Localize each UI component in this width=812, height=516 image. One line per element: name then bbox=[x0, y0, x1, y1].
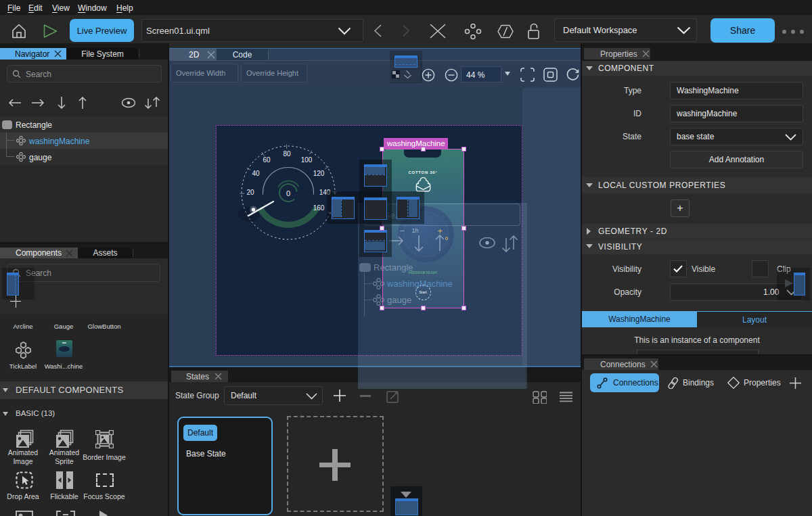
svg-text:160: 160 bbox=[313, 204, 325, 212]
svg-text:100: 100 bbox=[301, 156, 313, 164]
svg-text:80: 80 bbox=[283, 150, 291, 158]
svg-text:60: 60 bbox=[263, 156, 271, 164]
svg-text:0: 0 bbox=[286, 189, 290, 197]
svg-text:40: 40 bbox=[252, 170, 260, 177]
svg-text:120: 120 bbox=[313, 170, 325, 177]
svg-text:20: 20 bbox=[246, 189, 254, 196]
